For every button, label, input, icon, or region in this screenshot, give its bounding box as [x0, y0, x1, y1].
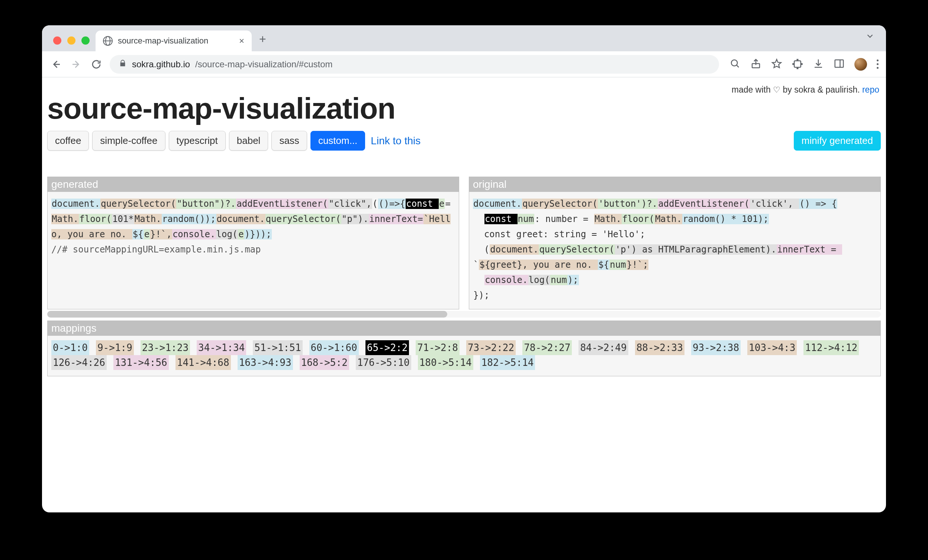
mapping-item[interactable]: 0->1:0 [51, 340, 89, 355]
mapping-item[interactable]: 88->2:33 [635, 340, 684, 355]
window-minimize[interactable] [67, 37, 75, 44]
svg-point-0 [731, 60, 737, 66]
mapping-item[interactable]: 65->2:2 [365, 340, 409, 355]
back-button[interactable] [49, 58, 63, 71]
sass-button[interactable]: sass [272, 131, 307, 151]
url-host: sokra.github.io [132, 59, 190, 70]
page-title: source-map-visualization [47, 92, 881, 126]
original-header: original [469, 177, 881, 192]
mapping-item[interactable]: 168->5:2 [300, 355, 349, 370]
svg-rect-2 [835, 60, 844, 67]
heart-icon: ♡ [773, 85, 780, 95]
custom-button[interactable]: custom... [310, 131, 365, 151]
address-bar[interactable]: sokra.github.io/source-map-visualization… [110, 55, 719, 74]
mapping-item[interactable]: 78->2:27 [522, 340, 572, 355]
extensions-icon[interactable] [792, 58, 803, 71]
tab-strip: source-map-visualization × + [42, 25, 886, 51]
link-to-this[interactable]: Link to this [371, 135, 420, 147]
minify-button[interactable]: minify generated [794, 131, 881, 151]
globe-icon [103, 36, 113, 46]
browser-window: source-map-visualization × + sokra.githu… [42, 25, 886, 513]
mappings-panel: mappings 0->1:09->1:923->1:2334->1:3451-… [47, 320, 881, 376]
window-close[interactable] [53, 37, 61, 44]
generated-code[interactable]: document.querySelector("button")?.addEve… [47, 192, 459, 263]
credit-by: by sokra & paulirish. [780, 85, 862, 95]
mapping-item[interactable]: 71->2:8 [416, 340, 459, 355]
downloads-icon[interactable] [813, 58, 824, 71]
repo-link[interactable]: repo [862, 85, 879, 95]
mapping-item[interactable]: 176->5:10 [356, 355, 411, 370]
toolbar-actions [730, 58, 879, 71]
mapping-item[interactable]: 112->4:12 [803, 340, 859, 355]
tab-close-icon[interactable]: × [239, 36, 244, 46]
mapping-item[interactable]: 93->2:38 [691, 340, 740, 355]
page-content: made with ♡ by sokra & paulirish. repo s… [42, 77, 886, 513]
mapping-item[interactable]: 34->1:34 [197, 340, 246, 355]
babel-button[interactable]: babel [229, 131, 269, 151]
generated-header: generated [47, 177, 459, 192]
mapping-item[interactable]: 180->5:14 [418, 355, 473, 370]
mappings-header: mappings [47, 321, 881, 336]
sidepanel-icon[interactable] [833, 58, 845, 71]
forward-button[interactable] [70, 58, 83, 71]
code-panels: generated document.querySelector("button… [47, 177, 881, 310]
tab-search-button[interactable] [862, 31, 881, 51]
mapping-item[interactable]: 182->5:14 [480, 355, 536, 370]
mappings-list[interactable]: 0->1:09->1:923->1:2334->1:3451->1:5160->… [47, 336, 881, 376]
horizontal-scrollbar[interactable] [47, 311, 881, 317]
typescript-button[interactable]: typescript [169, 131, 226, 151]
credit-prefix: made with [732, 85, 773, 95]
mapping-item[interactable]: 163->4:93 [238, 355, 293, 370]
mapping-item[interactable]: 103->4:3 [747, 340, 797, 355]
search-icon[interactable] [730, 58, 740, 71]
mapping-item[interactable]: 60->1:60 [309, 340, 359, 355]
scrollbar-thumb[interactable] [47, 311, 447, 317]
share-icon[interactable] [750, 58, 762, 71]
lock-icon [119, 59, 127, 70]
menu-icon[interactable] [877, 60, 879, 69]
credit-line: made with ♡ by sokra & paulirish. repo [732, 85, 879, 95]
new-tab-button[interactable]: + [252, 32, 274, 51]
browser-toolbar: sokra.github.io/source-map-visualization… [42, 51, 886, 77]
mapping-item[interactable]: 9->1:9 [96, 340, 134, 355]
mapping-item[interactable]: 51->1:51 [253, 340, 302, 355]
reload-button[interactable] [90, 58, 103, 71]
mapping-item[interactable]: 126->4:26 [51, 355, 107, 370]
controls-row: coffee simple-coffee typescript babel sa… [47, 131, 881, 151]
mapping-item[interactable]: 23->1:23 [140, 340, 190, 355]
mapping-item[interactable]: 131->4:56 [113, 355, 169, 370]
tab-title: source-map-visualization [118, 36, 208, 46]
mapping-item[interactable]: 73->2:22 [466, 340, 516, 355]
url-path: /source-map-visualization/#custom [195, 59, 333, 70]
mapping-item[interactable]: 141->4:68 [176, 355, 231, 370]
coffee-button[interactable]: coffee [47, 131, 89, 151]
star-icon[interactable] [771, 58, 782, 71]
browser-tab[interactable]: source-map-visualization × [96, 31, 252, 51]
window-zoom[interactable] [81, 37, 90, 44]
generated-panel: generated document.querySelector("button… [47, 177, 459, 310]
mapping-item[interactable]: 84->2:49 [578, 340, 628, 355]
simple-coffee-button[interactable]: simple-coffee [92, 131, 165, 151]
original-panel: original document.querySelector('button'… [469, 177, 881, 310]
profile-avatar[interactable] [855, 58, 867, 71]
original-code[interactable]: document.querySelector('button')?.addEve… [469, 192, 881, 309]
window-controls [47, 37, 96, 51]
